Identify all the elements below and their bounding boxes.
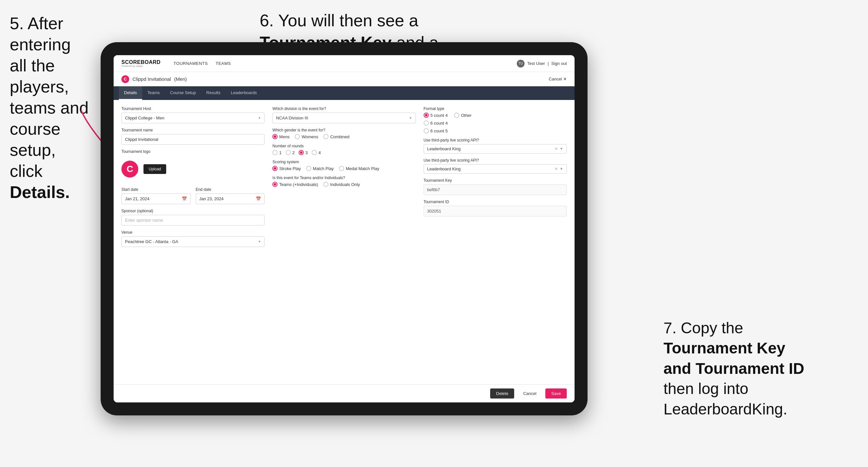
tournament-key-label: Tournament Key [424, 178, 567, 183]
round-4-radio[interactable] [312, 150, 317, 155]
scoring-stroke[interactable]: Stroke Play [272, 166, 301, 171]
tournament-name-input[interactable]: Clippd Invitational [121, 134, 265, 145]
annotation-left-line2: all the players, [10, 56, 69, 96]
tournament-bar: C Clippd Invitational (Men) Cancel ✕ [114, 72, 575, 86]
api1-clear-icon[interactable]: ✕ [555, 147, 558, 151]
teams-label: Is this event for Teams and/or Individua… [272, 176, 415, 180]
tab-teams[interactable]: Teams [142, 86, 165, 100]
api1-controls: ✕ ▼ [555, 147, 563, 151]
gender-womens-radio[interactable] [295, 134, 300, 139]
format-5count4[interactable]: 5 count 4 [424, 113, 448, 118]
format-5count4-radio[interactable] [424, 113, 429, 118]
annotation-br-line1: 7. Copy the [663, 319, 743, 337]
sponsor-input[interactable]: Enter sponsor name [121, 215, 265, 225]
api2-controls: ✕ ▼ [555, 167, 563, 171]
round-2[interactable]: 2 [286, 150, 295, 155]
scoring-match-radio[interactable] [306, 166, 311, 171]
format-6count5[interactable]: 6 count 5 [424, 128, 448, 133]
format-other[interactable]: Other [454, 113, 472, 118]
sign-out-link[interactable]: Sign out [551, 61, 567, 66]
api2-input[interactable]: Leaderboard King ✕ ▼ [424, 164, 567, 174]
individuals-only-radio[interactable] [323, 182, 329, 187]
api1-group: Use third-party live scoring API? Leader… [424, 138, 567, 154]
upload-button[interactable]: Upload [144, 164, 166, 174]
scoring-medal-radio[interactable] [339, 166, 344, 171]
round-3-radio[interactable] [299, 150, 304, 155]
format-6count4[interactable]: 6 count 4 [424, 120, 448, 126]
gender-combined[interactable]: Combined [323, 134, 349, 139]
user-name: Test User [527, 61, 545, 66]
format-row-2: 6 count 4 [424, 120, 567, 126]
start-date-label: Start date [121, 187, 190, 192]
scoring-stroke-radio[interactable] [272, 166, 278, 171]
left-column: Tournament Host Clippd College - Men ▼ T… [121, 106, 265, 378]
gender-mens[interactable]: Mens [272, 134, 289, 139]
round-3[interactable]: 3 [299, 150, 308, 155]
tab-course-setup[interactable]: Course Setup [165, 86, 201, 100]
gender-mens-radio[interactable] [272, 134, 278, 139]
venue-group: Venue Peachtree GC - Atlanta - GA ▼ [121, 230, 265, 247]
tab-results[interactable]: Results [201, 86, 226, 100]
scoring-medal[interactable]: Medal Match Play [339, 166, 379, 171]
tournament-title: C Clippd Invitational (Men) [121, 75, 187, 83]
annotation-left-line4: course setup, [10, 119, 60, 159]
gender-womens[interactable]: Womens [295, 134, 318, 139]
gender-combined-radio[interactable] [323, 134, 329, 139]
tournament-host-group: Tournament Host Clippd College - Men ▼ [121, 106, 265, 123]
tournament-id-group: Tournament ID 302051 [424, 199, 567, 216]
delete-button[interactable]: Delete [490, 388, 514, 399]
sub-tabs: Details Teams Course Setup Results Leade… [114, 86, 575, 100]
nav-teams[interactable]: TEAMS [216, 60, 231, 67]
tournament-gender: (Men) [174, 76, 187, 82]
middle-column: Which division is the event for? NCAA Di… [272, 106, 415, 378]
sponsor-group: Sponsor (optional) Enter sponsor name [121, 209, 265, 225]
tournament-key-group: Tournament Key bef6b7 [424, 178, 567, 195]
round-2-radio[interactable] [286, 150, 291, 155]
format-other-radio[interactable] [454, 113, 459, 118]
round-4[interactable]: 4 [312, 150, 321, 155]
tournament-host-label: Tournament Host [121, 106, 265, 111]
api1-chevron-icon: ▼ [560, 147, 563, 151]
header-separator: | [548, 61, 549, 66]
api1-input[interactable]: Leaderboard King ✕ ▼ [424, 144, 567, 154]
logo-preview: C [121, 161, 138, 178]
format-label: Format type [424, 106, 567, 111]
start-date-input[interactable]: Jan 21, 2024 📅 [121, 193, 190, 204]
api2-label: Use third-party live scoring API? [424, 158, 567, 163]
format-6count4-radio[interactable] [424, 120, 429, 126]
round-1-radio[interactable] [272, 150, 278, 155]
save-button[interactable]: Save [545, 388, 567, 399]
footer-cancel-button[interactable]: Cancel [518, 388, 542, 399]
tournament-id-label: Tournament ID [424, 199, 567, 204]
format-6count5-radio[interactable] [424, 128, 429, 133]
tab-leaderboards[interactable]: Leaderboards [226, 86, 262, 100]
tournament-host-input[interactable]: Clippd College - Men ▼ [121, 113, 265, 123]
api1-label: Use third-party live scoring API? [424, 138, 567, 143]
api2-chevron-icon: ▼ [560, 167, 563, 171]
api2-clear-icon[interactable]: ✕ [555, 167, 558, 171]
end-date-input[interactable]: Jan 23, 2024 📅 [196, 193, 265, 204]
footer: Delete Cancel Save [114, 384, 575, 402]
scoring-group: Scoring system Stroke Play Match Play [272, 160, 415, 171]
end-date-group: End date Jan 23, 2024 📅 [196, 187, 265, 204]
tab-details[interactable]: Details [119, 86, 142, 100]
division-input[interactable]: NCAA Division III ▼ [272, 113, 415, 123]
teams-plus-individuals[interactable]: Teams (+Individuals) [272, 182, 318, 187]
cancel-tournament-button[interactable]: Cancel ✕ [549, 76, 567, 82]
rounds-radio-group: 1 2 3 4 [272, 150, 415, 155]
nav-tournaments[interactable]: TOURNAMENTS [174, 60, 208, 67]
rounds-group: Number of rounds 1 2 3 [272, 144, 415, 155]
tournament-name: Clippd Invitational [132, 76, 171, 82]
individuals-only[interactable]: Individuals Only [323, 182, 360, 187]
tournament-id-value: 302051 [424, 206, 567, 216]
division-group: Which division is the event for? NCAA Di… [272, 106, 415, 123]
gender-label: Which gender is the event for? [272, 128, 415, 132]
gender-radio-group: Mens Womens Combined [272, 134, 415, 139]
teams-plus-radio[interactable] [272, 182, 278, 187]
scoring-match[interactable]: Match Play [306, 166, 334, 171]
round-1[interactable]: 1 [272, 150, 281, 155]
scoring-label: Scoring system [272, 160, 415, 164]
user-avatar: TU [517, 60, 525, 67]
format-row-1: 5 count 4 Other [424, 113, 567, 118]
venue-input[interactable]: Peachtree GC - Atlanta - GA ▼ [121, 236, 265, 247]
